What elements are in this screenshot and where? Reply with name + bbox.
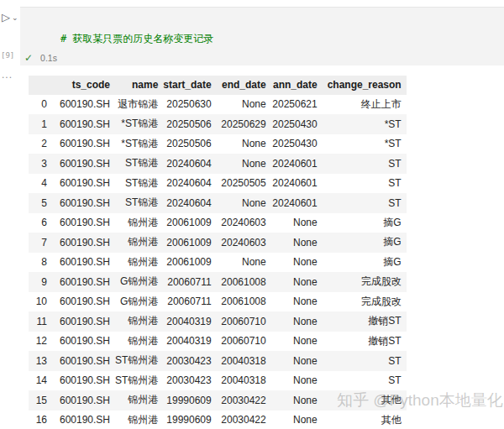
table-cell: 其他: [323, 390, 407, 411]
table-cell: None: [271, 253, 323, 273]
table-cell: 600190.SH: [52, 154, 115, 174]
table-cell: 20060711: [163, 292, 216, 312]
table-cell: ST: [323, 154, 407, 174]
table-row: 12600190.SH锦州港2004031920060710None撤销ST: [29, 332, 407, 352]
table-cell: 20030422: [217, 411, 271, 429]
table-cell: 20250430: [271, 114, 323, 134]
code-comment: # 获取某只票的历史名称变更记录: [60, 33, 213, 44]
table-cell: 撤销ST: [323, 311, 407, 332]
table-cell: ST: [323, 371, 407, 391]
table-cell: 20030422: [217, 390, 271, 411]
table-cell: 600190.SH: [52, 351, 115, 371]
table-cell: 600190.SH: [52, 233, 115, 253]
table-cell: 600190.SH: [52, 253, 115, 273]
table-row: 9600190.SHG锦州港2006071120061008None完成股改: [29, 272, 407, 292]
table-cell: 20250506: [163, 134, 216, 154]
table-cell: 摘G: [323, 213, 407, 233]
table-cell: G锦州港: [115, 292, 163, 312]
table-cell: 600190.SH: [52, 292, 115, 312]
output-more-actions-button[interactable]: ...: [2, 69, 13, 81]
table-cell: ST锦港: [115, 154, 163, 174]
cell-execution-status: ✓ 0.1s: [24, 52, 57, 64]
table-row: 10600190.SHG锦州港2006071120061008None完成股改: [29, 292, 407, 312]
row-index-cell: 15: [29, 390, 52, 411]
table-cell: *ST锦港: [115, 134, 163, 154]
table-cell: 20240604: [163, 193, 216, 213]
row-index-cell: 7: [29, 233, 52, 253]
run-dropdown-chevron-icon[interactable]: ⌄: [12, 13, 18, 22]
table-cell: 20250629: [217, 114, 271, 134]
table-cell: 锦州港: [115, 213, 163, 233]
row-index-cell: 0: [29, 95, 52, 115]
table-cell: 600190.SH: [52, 213, 115, 233]
table-cell: 终止上市: [323, 95, 407, 115]
table-cell: 19990609: [163, 390, 216, 411]
table-cell: 20030423: [163, 351, 216, 371]
table-row: 13600190.SHST锦州港2003042320040318NoneST: [29, 351, 407, 371]
table-row: 6600190.SH锦州港2006100920240603None摘G: [29, 213, 407, 233]
table-cell: 600190.SH: [52, 95, 115, 115]
run-cell-button[interactable]: ▷: [2, 12, 10, 24]
table-cell: 20240601: [271, 174, 323, 194]
table-cell: None: [271, 233, 323, 253]
table-cell: None: [271, 213, 323, 233]
table-cell: 锦州港: [115, 253, 163, 273]
table-cell: 锦州港: [115, 233, 163, 253]
table-cell: 20240603: [217, 213, 271, 233]
table-cell: 20040318: [217, 371, 271, 391]
table-cell: 600190.SH: [52, 411, 115, 429]
row-index-cell: 3: [29, 154, 52, 174]
code-cell-editor[interactable]: # 获取某只票的历史名称变更记录 pro.namechange(ts_code=…: [20, 7, 504, 65]
table-cell: 20061009: [163, 213, 216, 233]
table-row: 1600190.SH*ST锦港202505062025062920250430*…: [29, 114, 407, 134]
table-cell: None: [271, 351, 323, 371]
table-cell: 20250621: [271, 95, 323, 115]
table-cell: ST: [323, 193, 407, 213]
table-cell: *ST: [323, 114, 407, 134]
table-cell: 撤销ST: [323, 332, 407, 352]
table-cell: 20061008: [217, 272, 271, 292]
table-row: 5600190.SHST锦港20240604None20240601ST: [29, 193, 407, 213]
table-cell: None: [271, 272, 323, 292]
success-check-icon: ✓: [24, 52, 33, 64]
row-index-cell: 6: [29, 213, 52, 233]
column-header-ann-date: ann_date: [271, 76, 323, 95]
row-index-cell: 8: [29, 253, 52, 273]
table-cell: 600190.SH: [52, 371, 115, 391]
column-header-index: [29, 76, 52, 95]
table-cell: ST锦州港: [115, 351, 163, 371]
table-cell: 20240601: [271, 154, 323, 174]
execution-duration: 0.1s: [40, 53, 57, 63]
table-cell: ST锦港: [115, 193, 163, 213]
table-cell: 其他: [323, 411, 407, 429]
table-row: 8600190.SH锦州港20061009NoneNone摘G: [29, 253, 407, 273]
table-cell: 20060710: [217, 311, 271, 332]
dataframe-output-table: ts_code name start_date end_date ann_dat…: [29, 76, 407, 429]
table-cell: 20250430: [271, 134, 323, 154]
table-cell: ST锦港: [115, 174, 163, 194]
table-cell: 20250505: [217, 174, 271, 194]
table-cell: None: [217, 134, 271, 154]
table-cell: 20040319: [163, 332, 216, 352]
table-row: 3600190.SHST锦港20240604None20240601ST: [29, 154, 407, 174]
row-index-cell: 16: [29, 411, 52, 429]
row-index-cell: 12: [29, 332, 52, 352]
table-cell: None: [271, 390, 323, 411]
table-cell: 600190.SH: [52, 193, 115, 213]
row-index-cell: 2: [29, 134, 52, 154]
table-cell: 锦州港: [115, 390, 163, 411]
table-cell: 20250630: [163, 95, 216, 115]
execution-count: [9]: [1, 51, 14, 60]
table-cell: 摘G: [323, 233, 407, 253]
table-cell: 20240601: [271, 193, 323, 213]
table-cell: 20030423: [163, 371, 216, 391]
table-cell: 20061009: [163, 253, 216, 273]
column-header-ts-code: ts_code: [52, 76, 115, 95]
table-cell: 20060711: [163, 272, 216, 292]
row-index-cell: 5: [29, 193, 52, 213]
table-row: 16600190.SH锦州港1999060920030422None其他: [29, 411, 407, 429]
table-cell: 600190.SH: [52, 390, 115, 411]
table-cell: 20061008: [217, 292, 271, 312]
table-cell: None: [217, 193, 271, 213]
table-cell: 20040319: [163, 311, 216, 332]
